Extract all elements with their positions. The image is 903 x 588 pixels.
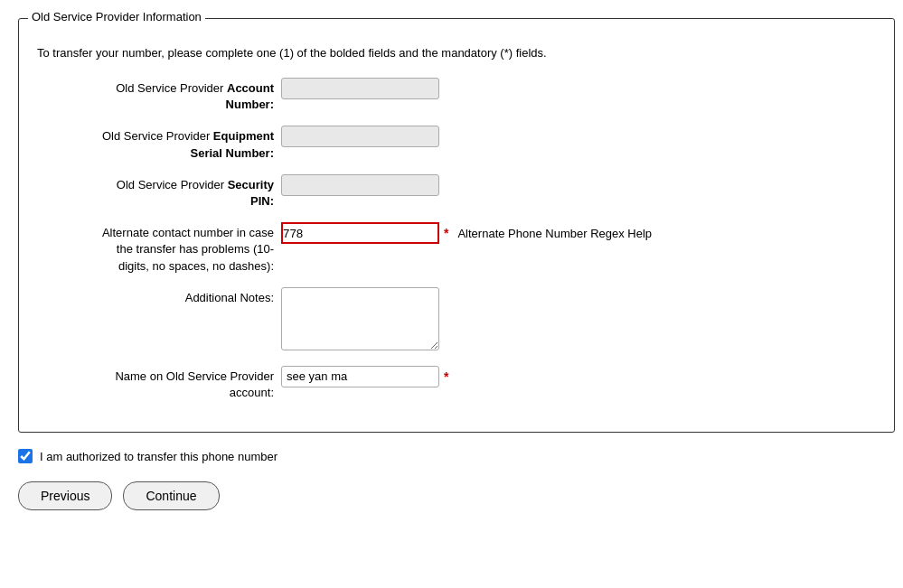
- account-number-label: Old Service Provider AccountNumber:: [37, 78, 281, 113]
- security-pin-label: Old Service Provider SecurityPIN:: [37, 174, 281, 210]
- additional-notes-textarea[interactable]: [281, 287, 439, 350]
- authorized-checkbox-label[interactable]: I am authorized to transfer this phone n…: [40, 450, 277, 463]
- account-number-row: Old Service Provider AccountNumber:: [37, 78, 876, 113]
- previous-button[interactable]: Previous: [18, 481, 112, 510]
- equipment-serial-row: Old Service Provider EquipmentSerial Num…: [37, 126, 876, 161]
- buttons-row: Previous Continue: [18, 481, 895, 510]
- account-number-input[interactable]: [281, 78, 439, 99]
- name-on-account-label: Name on Old Service Provideraccount:: [37, 366, 281, 401]
- alternate-contact-label: Alternate contact number in casethe tran…: [37, 222, 281, 275]
- intro-text: To transfer your number, please complete…: [37, 46, 876, 60]
- security-pin-row: Old Service Provider SecurityPIN:: [37, 174, 876, 210]
- security-pin-input[interactable]: [281, 174, 439, 196]
- equipment-serial-input[interactable]: [281, 126, 439, 147]
- continue-button[interactable]: Continue: [123, 481, 219, 510]
- alternate-contact-row: Alternate contact number in casethe tran…: [37, 222, 876, 275]
- additional-notes-row: Additional Notes:: [37, 287, 876, 353]
- alternate-phone-help-link[interactable]: Alternate Phone Number Regex Help: [457, 227, 652, 240]
- name-on-account-required: *: [444, 369, 448, 384]
- name-on-account-row: Name on Old Service Provideraccount: *: [37, 366, 876, 401]
- authorized-checkbox-row: I am authorized to transfer this phone n…: [18, 449, 895, 463]
- name-on-account-input[interactable]: [281, 366, 439, 387]
- additional-notes-label: Additional Notes:: [37, 287, 281, 306]
- alternate-contact-input[interactable]: [281, 222, 439, 244]
- alternate-contact-required: *: [444, 226, 448, 240]
- section-legend: Old Service Provider Information: [28, 10, 205, 23]
- old-service-provider-section: Old Service Provider Information To tran…: [18, 18, 895, 433]
- equipment-serial-label: Old Service Provider EquipmentSerial Num…: [37, 126, 281, 161]
- page-container: Old Service Provider Information To tran…: [18, 18, 895, 510]
- authorized-checkbox[interactable]: [18, 449, 33, 463]
